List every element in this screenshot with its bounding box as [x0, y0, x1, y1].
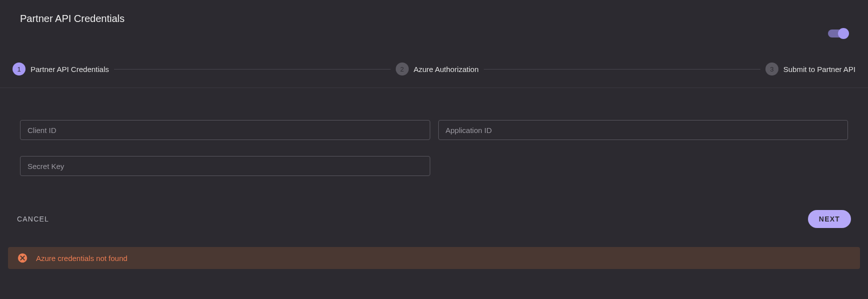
step-3-label: Submit to Partner API — [783, 65, 855, 74]
error-alert: Azure credentials not found — [8, 247, 860, 269]
step-2-label: Azure Authorization — [414, 65, 479, 74]
step-1-circle: 1 — [13, 62, 26, 76]
step-3-circle: 3 — [765, 62, 778, 76]
page-header: Partner API Credentials — [0, 0, 868, 24]
step-1-label: Partner API Credentials — [31, 65, 109, 74]
stepper: 1 Partner API Credentials 2 Azure Author… — [0, 38, 868, 88]
actions-row: CANCEL NEXT — [0, 192, 868, 228]
toggle-row — [0, 24, 868, 38]
step-connector — [114, 69, 391, 70]
form-area — [0, 88, 868, 192]
form-row-1 — [20, 120, 848, 140]
cancel-button[interactable]: CANCEL — [17, 211, 49, 227]
step-2[interactable]: 2 Azure Authorization — [396, 62, 479, 76]
page-title: Partner API Credentials — [20, 13, 848, 24]
step-connector — [484, 69, 760, 70]
client-id-input[interactable] — [20, 120, 430, 140]
application-id-input[interactable] — [438, 120, 848, 140]
next-button[interactable]: NEXT — [808, 210, 851, 228]
error-message: Azure credentials not found — [36, 254, 128, 262]
step-1[interactable]: 1 Partner API Credentials — [13, 62, 109, 76]
toggle-handle — [838, 28, 849, 39]
enable-toggle[interactable] — [828, 30, 848, 38]
page-root: Partner API Credentials 1 Partner API Cr… — [0, 0, 868, 299]
step-3[interactable]: 3 Submit to Partner API — [765, 62, 855, 76]
step-2-circle: 2 — [396, 62, 409, 76]
form-row-2 — [20, 156, 848, 176]
error-icon — [17, 252, 28, 264]
secret-key-input[interactable] — [20, 156, 430, 176]
